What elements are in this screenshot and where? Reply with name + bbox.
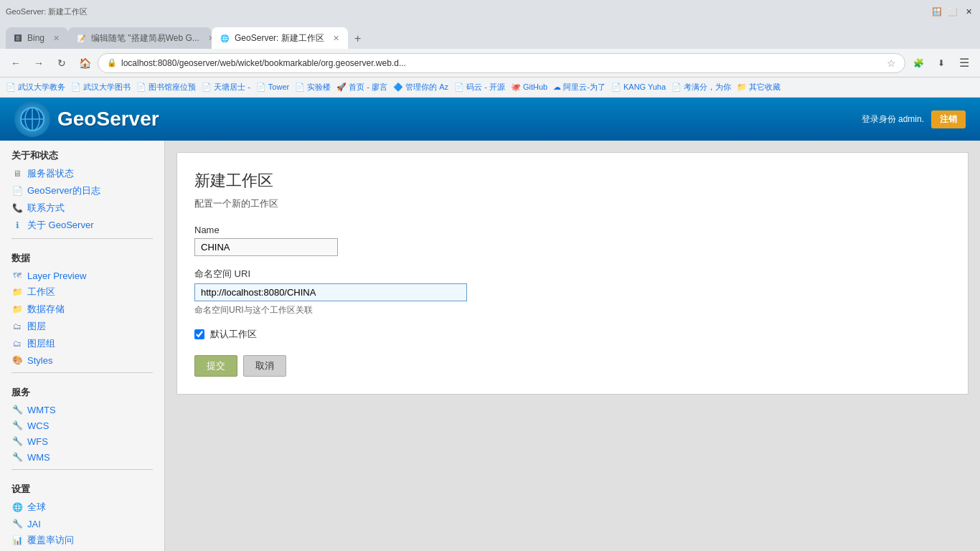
minimize-button[interactable]: 🪟 — [931, 6, 943, 17]
bookmark-azure[interactable]: 🔷 管理你的 Az — [393, 82, 448, 93]
nav-right: 🧩 ⬇ ☰ — [908, 53, 974, 73]
bookmark-tower[interactable]: 📄 Tower — [256, 83, 289, 92]
extensions-button[interactable]: 🧩 — [908, 53, 928, 73]
close-button[interactable]: ✕ — [963, 6, 974, 17]
maximize-button[interactable]: ⬜ — [947, 6, 958, 17]
tab-close-bing[interactable]: ✕ — [53, 34, 60, 43]
sidebar-item-styles[interactable]: 🎨 Styles — [0, 352, 164, 368]
form-group-name: Name — [194, 225, 951, 256]
sidebar-label-layer-preview: Layer Preview — [27, 270, 86, 281]
name-input[interactable] — [194, 238, 338, 256]
sidebar-item-wmts[interactable]: 🔧 WMTS — [0, 402, 164, 418]
sidebar-item-wms[interactable]: 🔧 WMS — [0, 449, 164, 465]
bookmark-wuhan-edu[interactable]: 📄 武汉大学教务 — [6, 82, 65, 93]
bookmark-github[interactable]: 🐙 GitHub — [511, 83, 547, 92]
namespace-hint: 命名空间URI与这个工作区关联 — [194, 304, 951, 316]
sidebar-item-layergroups[interactable]: 🗂 图层组 — [0, 335, 164, 352]
tab-label-editor: 编辑随笔 "搭建简易Web G... — [91, 32, 199, 44]
wms-icon: 🔧 — [11, 451, 23, 463]
section-title-about: 关于和状态 — [0, 141, 164, 165]
title-bar: GeoServer: 新建工作区 🪟 ⬜ ✕ — [0, 0, 980, 23]
datastore-icon: 📁 — [11, 303, 23, 315]
bookmark-other[interactable]: 📁 其它收藏 — [737, 82, 781, 93]
tab-favicon-bing: 🅱 — [14, 34, 22, 42]
bookmark-kaobi[interactable]: 📄 考满分，为你 — [672, 82, 731, 93]
server-icon: 🖥 — [11, 168, 23, 179]
bookmark-home[interactable]: 🚀 首页 - 廖言 — [336, 82, 387, 93]
sidebar-label-layergroups: 图层组 — [27, 337, 55, 350]
tab-favicon-editor: 📝 — [77, 34, 85, 42]
menu-button[interactable]: ☰ — [954, 53, 974, 73]
log-icon: 📄 — [11, 185, 23, 197]
browser-chrome: GeoServer: 新建工作区 🪟 ⬜ ✕ 🅱 Bing ✕ 📝 编辑随笔 "… — [0, 0, 980, 98]
sidebar-item-global[interactable]: 🌐 全球 — [0, 499, 164, 516]
header-right: 登录身份 admin. 注销 — [862, 110, 966, 128]
sidebar-item-datastore[interactable]: 📁 数据存储 — [0, 301, 164, 318]
layergroup-icon: 🗂 — [11, 338, 23, 349]
tab-close-geoserver[interactable]: ✕ — [333, 34, 339, 43]
sidebar-label-wfs: WFS — [27, 436, 48, 447]
sidebar-label-styles: Styles — [27, 355, 52, 366]
tab-bar: 🅱 Bing ✕ 📝 编辑随笔 "搭建简易Web G... ✕ 🌐 GeoSer… — [0, 23, 980, 49]
tab-editor[interactable]: 📝 编辑随笔 "搭建简易Web G... ✕ — [68, 27, 212, 49]
wcs-icon: 🔧 — [11, 420, 23, 431]
bookmark-gitee[interactable]: 📄 码云 - 开源 — [454, 82, 505, 93]
bookmark-library[interactable]: 📄 图书馆座位预 — [136, 82, 196, 93]
submit-button[interactable]: 提交 — [194, 355, 237, 377]
bookmark-star-icon[interactable]: ☆ — [887, 57, 896, 69]
content-panel: 新建工作区 配置一个新的工作区 Name 命名空间 URI 命名空间URI与这个… — [176, 152, 969, 395]
section-title-data: 数据 — [0, 243, 164, 268]
default-workspace-checkbox[interactable] — [194, 329, 204, 339]
sidebar-item-about[interactable]: ℹ 关于 GeoServer — [0, 217, 164, 234]
sidebar-item-wcs[interactable]: 🔧 WCS — [0, 418, 164, 433]
refresh-button[interactable]: ↻ — [52, 53, 72, 73]
page-subtitle: 配置一个新的工作区 — [194, 197, 951, 210]
cancel-button[interactable]: 取消 — [243, 355, 286, 377]
download-button[interactable]: ⬇ — [931, 53, 951, 73]
sidebar-item-jai[interactable]: 🔧 JAI — [0, 516, 164, 532]
sidebar-label-global: 全球 — [27, 501, 46, 514]
default-workspace-row: 默认工作区 — [194, 328, 951, 341]
sidebar-item-contact[interactable]: 📞 联系方式 — [0, 199, 164, 217]
sidebar-item-server-status[interactable]: 🖥 服务器状态 — [0, 165, 164, 182]
name-label: Name — [194, 225, 951, 235]
bookmarks-bar: 📄 武汉大学教务 📄 武汉大学图书 📄 图书馆座位预 📄 天塘居士 - 📄 To… — [0, 77, 980, 98]
home-button[interactable]: 🏠 — [75, 53, 95, 73]
lock-icon: 🔒 — [107, 58, 117, 67]
sidebar-label-wmts: WMTS — [27, 405, 56, 415]
sidebar-label-datastore: 数据存储 — [27, 303, 65, 316]
tab-geoserver[interactable]: 🌐 GeoServer: 新建工作区 ✕ — [212, 27, 348, 49]
divider-settings — [11, 469, 153, 470]
app-body: 关于和状态 🖥 服务器状态 📄 GeoServer的日志 📞 联系方式 ℹ 关于… — [0, 141, 980, 551]
sidebar-item-layers[interactable]: 🗂 图层 — [0, 318, 164, 335]
default-workspace-label: 默认工作区 — [210, 328, 257, 341]
sidebar-item-layer-preview[interactable]: 🗺 Layer Preview — [0, 268, 164, 283]
bookmark-tianting[interactable]: 📄 天塘居士 - — [202, 82, 250, 93]
sidebar-label-layers: 图层 — [27, 320, 46, 333]
tab-label-geoserver: GeoServer: 新建工作区 — [235, 32, 324, 44]
bookmark-kang[interactable]: 📄 KANG Yuha — [611, 83, 666, 92]
sidebar-item-geoserver-log[interactable]: 📄 GeoServer的日志 — [0, 182, 164, 199]
sidebar-item-wfs[interactable]: 🔧 WFS — [0, 433, 164, 449]
namespace-input[interactable] — [194, 283, 467, 301]
section-title-services: 服务 — [0, 377, 164, 402]
wmts-icon: 🔧 — [11, 404, 23, 415]
back-button[interactable]: ← — [6, 53, 26, 73]
logo-text: GeoServer — [57, 108, 159, 131]
styles-icon: 🎨 — [11, 354, 23, 366]
bookmark-wuhan-lib[interactable]: 📄 武汉大学图书 — [71, 82, 131, 93]
logout-button[interactable]: 注销 — [931, 110, 966, 128]
bookmark-aliyun[interactable]: ☁ 阿里云-为了 — [553, 82, 606, 93]
new-tab-button[interactable]: + — [348, 29, 368, 49]
sidebar-item-coverage[interactable]: 📊 覆盖率访问 — [0, 532, 164, 549]
tab-bing[interactable]: 🅱 Bing ✕ — [6, 27, 68, 49]
app-header: GeoServer 登录身份 admin. 注销 — [0, 98, 980, 141]
sidebar-label-jai: JAI — [27, 519, 41, 529]
nav-bar: ← → ↻ 🏠 🔒 localhost:8080/geoserver/web/w… — [0, 49, 980, 77]
forward-button[interactable]: → — [29, 53, 49, 73]
tab-label-bing: Bing — [27, 33, 44, 43]
bookmark-lab[interactable]: 📄 实验楼 — [295, 82, 331, 93]
address-bar[interactable]: 🔒 localhost:8080/geoserver/web/wicket/bo… — [98, 53, 905, 73]
workspace-icon: 📁 — [11, 286, 23, 298]
sidebar-item-workspace[interactable]: 📁 工作区 — [0, 283, 164, 301]
